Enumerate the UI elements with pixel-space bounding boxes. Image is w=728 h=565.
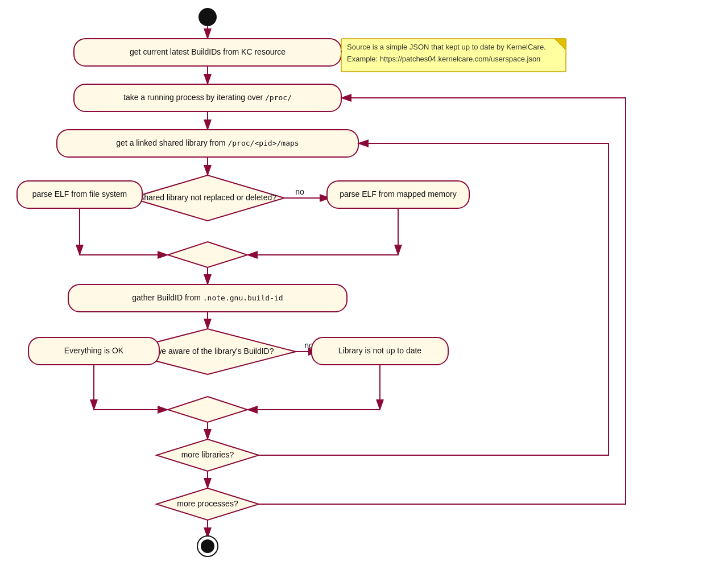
decision1-label: Shared library not replaced or deleted? [139, 193, 276, 202]
start-node [199, 9, 216, 26]
branch-no1-label: parse ELF from mapped memory [340, 189, 456, 199]
note-line1: Source is a simple JSON that kept up to … [347, 43, 546, 51]
note-line2: Example: https://patches04.kernelcare.co… [347, 55, 540, 63]
merge2-diamond [168, 397, 247, 422]
branch-yes1-label: parse ELF from file system [32, 189, 127, 199]
decision2-label: Are we aware of the library's BuildID? [142, 347, 274, 356]
step1-label: get current latest BuildIDs from KC reso… [130, 47, 286, 56]
decision3-label: more libraries? [181, 450, 234, 459]
merge1-diamond [168, 242, 247, 267]
step4-label: gather BuildID from .note.gnu.build-id [132, 293, 283, 302]
branch-yes2-label: Everything is OK [64, 346, 124, 355]
decision1-no-label: no [295, 187, 304, 196]
end-node-inner [201, 539, 214, 553]
step3-label: get a linked shared library from /proc/<… [116, 138, 299, 147]
branch-no2-label: Library is not up to date [338, 346, 422, 355]
decision4-label: more processes? [177, 499, 238, 508]
step2-label: take a running process by iterating over… [123, 93, 292, 102]
